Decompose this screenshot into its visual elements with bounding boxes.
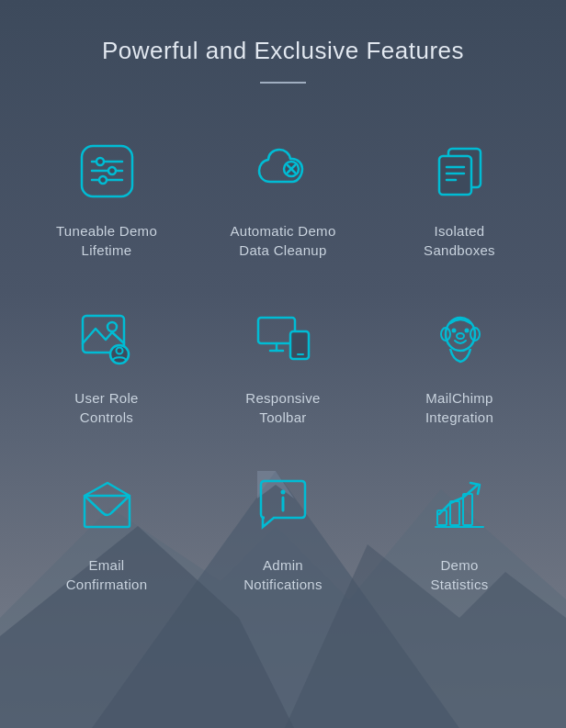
svg-rect-43 — [450, 501, 459, 525]
stats-icon — [427, 473, 492, 537]
responsive-toolbar-label: ResponsiveToolbar — [245, 388, 320, 427]
feature-tuneable-demo: Tuneable DemoLifetime — [18, 120, 195, 278]
tuneable-demo-label: Tuneable DemoLifetime — [56, 221, 157, 260]
mailchimp-icon — [427, 306, 492, 370]
svg-point-34 — [451, 328, 456, 332]
feature-email-confirmation: EmailConfirmation — [18, 454, 195, 612]
feature-responsive-toolbar: ResponsiveToolbar — [195, 287, 371, 445]
svg-point-9 — [96, 158, 104, 165]
svg-point-11 — [99, 176, 107, 184]
email-confirmation-label: EmailConfirmation — [66, 555, 148, 594]
svg-rect-44 — [463, 494, 472, 525]
sliders-icon — [74, 139, 139, 203]
devices-icon — [251, 306, 315, 370]
mailchimp-label: MailChimpIntegration — [425, 388, 493, 427]
isolated-sandboxes-label: IsolatedSandboxes — [424, 221, 495, 260]
svg-point-36 — [457, 333, 464, 339]
title-divider — [260, 82, 306, 84]
admin-notifications-label: AdminNotifications — [243, 555, 323, 594]
svg-point-23 — [108, 322, 117, 331]
cloud-x-icon — [251, 139, 315, 203]
svg-rect-18 — [439, 156, 471, 195]
svg-point-40 — [280, 489, 285, 494]
svg-rect-37 — [85, 496, 130, 527]
page-title: Powerful and Exclusive Features — [102, 37, 464, 65]
layers-icon — [427, 139, 492, 203]
auto-cleanup-label: Automatic DemoData Cleanup — [230, 221, 335, 260]
feature-isolated-sandboxes: IsolatedSandboxes — [371, 120, 548, 278]
svg-point-35 — [464, 328, 469, 332]
feature-auto-cleanup: Automatic DemoData Cleanup — [195, 120, 371, 278]
svg-point-10 — [108, 167, 116, 174]
feature-admin-notifications: AdminNotifications — [195, 454, 371, 612]
svg-line-38 — [85, 496, 102, 512]
chat-info-icon — [251, 473, 315, 537]
feature-demo-statistics: DemoStatistics — [371, 454, 548, 612]
user-role-label: User RoleControls — [74, 388, 138, 427]
features-grid: Tuneable DemoLifetime Automatic DemoData… — [18, 120, 548, 612]
email-open-icon — [74, 473, 139, 537]
user-image-icon — [74, 306, 139, 370]
svg-point-25 — [116, 347, 122, 353]
svg-line-39 — [112, 496, 130, 512]
demo-statistics-label: DemoStatistics — [430, 555, 488, 594]
feature-user-role: User RoleControls — [18, 287, 195, 445]
feature-mailchimp: MailChimpIntegration — [371, 287, 548, 445]
